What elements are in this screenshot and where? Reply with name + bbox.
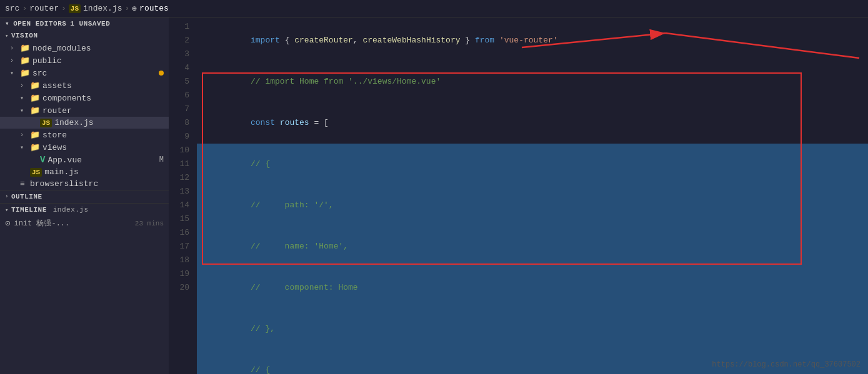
code-line-4: const routes = [ [197, 102, 868, 144]
code-line-8: // component: Home [197, 267, 868, 308]
open-editors-label: OPEN EDITORS [13, 20, 66, 27]
timeline-label: TIMELINE [11, 206, 47, 214]
vision-label: VISION [11, 32, 38, 39]
sidebar-item-app-vue[interactable]: V App.vue M [0, 154, 169, 166]
code-line-6: // path: '/', [197, 185, 868, 226]
browserslistrc-label: browserslistrc [30, 179, 98, 189]
code-line-2: // import Home from '../views/Home.vue' [197, 61, 868, 102]
outline-section-header[interactable]: › OUTLINE [0, 190, 169, 203]
router-label: router [42, 106, 72, 116]
vision-section-header[interactable]: ▾ VISION [0, 29, 169, 42]
sidebar-item-src[interactable]: ▾ 📁 src [0, 67, 169, 79]
js-icon: JS [69, 4, 81, 13]
sidebar: ▾ OPEN EDITORS 1 UNSAVED ▾ VISION › 📁 no… [0, 17, 169, 374]
sidebar-item-store[interactable]: › 📁 store [0, 129, 169, 141]
store-label: store [42, 130, 67, 140]
top-bar: src › router › JS index.js › ⊕ routes [0, 0, 868, 17]
sidebar-item-views[interactable]: ▾ 📁 views [0, 141, 169, 154]
sidebar-item-public[interactable]: › 📁 public [0, 54, 169, 67]
timeline-file: index.js [53, 206, 89, 214]
app-vue-label: App.vue [47, 155, 82, 165]
index-js-label: index.js [54, 118, 93, 127]
sidebar-item-node-modules[interactable]: › 📁 node_modules [0, 42, 169, 54]
folder-icon: 📁 [30, 130, 40, 140]
code-line-5: // { [197, 144, 868, 185]
modified-badge: M [159, 155, 164, 164]
sidebar-item-main-js[interactable]: JS main.js [0, 166, 169, 178]
js-file-icon: JS [30, 168, 42, 177]
sidebar-item-router[interactable]: ▾ 📁 router [0, 104, 169, 117]
code-line-7: // name: 'Home', [197, 226, 868, 267]
folder-icon: 📁 [30, 142, 40, 152]
code-line-9: // }, [197, 308, 868, 350]
js-file-icon: JS [40, 119, 52, 127]
open-editors-section[interactable]: ▾ OPEN EDITORS 1 UNSAVED [0, 17, 169, 29]
breadcrumb: src › router › JS index.js › ⊕ routes [5, 4, 169, 14]
timeline-icon: ⊙ [5, 218, 10, 229]
vision-chevron: ▾ [5, 32, 9, 39]
line-numbers: 1 2 3 4 5 6 7 8 9 10 11 12 13 14 15 16 1… [169, 17, 197, 374]
folder-icon: 📁 [30, 106, 40, 116]
sidebar-item-assets[interactable]: › 📁 assets [0, 79, 169, 92]
code-content[interactable]: import { createRouter, createWebHashHist… [197, 17, 868, 374]
timeline-time: 23 mins [135, 220, 164, 227]
timeline-commit-label: init 杨强-... [14, 218, 69, 229]
sidebar-item-browserslistrc[interactable]: ≡ browserslistrc [0, 178, 169, 190]
unsaved-badge: 1 UNSAVED [70, 20, 110, 27]
main-js-label: main.js [44, 167, 79, 177]
main-layout: ▾ OPEN EDITORS 1 UNSAVED ▾ VISION › 📁 no… [0, 17, 868, 374]
sidebar-item-components[interactable]: ▾ 📁 components [0, 92, 169, 104]
code-line-1: import { createRouter, createWebHashHist… [197, 20, 868, 61]
outline-label: OUTLINE [11, 193, 42, 200]
folder-icon: 📁 [20, 68, 30, 78]
sidebar-item-index-js[interactable]: JS index.js [0, 117, 169, 129]
folder-icon: 📁 [30, 81, 40, 91]
vue-icon: V [40, 155, 45, 165]
open-editors-chevron: ▾ [5, 19, 9, 27]
timeline-item: ⊙ init 杨强-... 23 mins [0, 216, 169, 230]
folder-icon: 📁 [30, 93, 40, 103]
timeline-section-header[interactable]: ▾ TIMELINE index.js [0, 204, 169, 216]
assets-label: assets [42, 81, 72, 91]
src-label: src [32, 69, 47, 78]
node-modules-label: node_modules [32, 44, 91, 53]
editor-area: 1 2 3 4 5 6 7 8 9 10 11 12 13 14 15 16 1… [169, 17, 868, 374]
watermark: https://blog.csdn.net/qq_37607502 [712, 360, 861, 369]
folder-icon: 📁 [20, 56, 30, 66]
components-label: components [42, 94, 91, 103]
folder-icon: 📁 [20, 43, 30, 53]
code-container: 1 2 3 4 5 6 7 8 9 10 11 12 13 14 15 16 1… [169, 17, 868, 374]
modified-dot [159, 71, 164, 76]
public-label: public [32, 56, 62, 66]
views-label: views [42, 143, 67, 152]
